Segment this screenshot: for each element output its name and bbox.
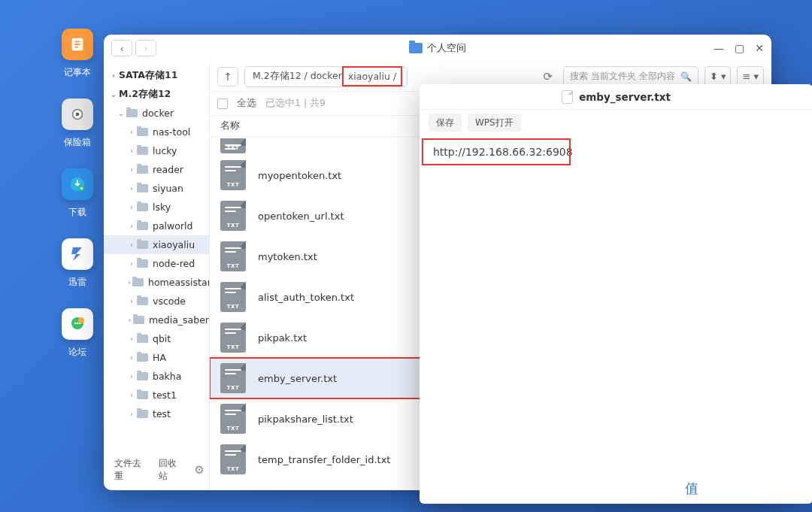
tree-item-lsky[interactable]: ›lsky (104, 198, 209, 217)
file-name: myopentoken.txt (258, 170, 341, 181)
chevron-icon: › (128, 410, 135, 418)
dock-label: 下载 (68, 206, 86, 219)
dock-notes[interactable]: 记事本 (62, 29, 93, 79)
chevron-icon: › (128, 165, 135, 174)
tree-item-reader[interactable]: ›reader (104, 160, 209, 179)
folder-icon (126, 109, 138, 117)
preview-content: http://192.168.66.32:6908 (433, 144, 573, 159)
file-name: pikpak.txt (258, 332, 307, 344)
sidebar: ›SATA存储11⌄M.2存储12⌄docker›nas-tool›lucky›… (104, 62, 210, 490)
watermark-text: 什么值得买 (709, 479, 788, 499)
settings-icon[interactable]: ⚙ (195, 463, 205, 477)
txt-file-icon (220, 323, 246, 353)
svg-point-9 (78, 317, 84, 323)
chevron-icon: › (128, 316, 132, 324)
tree-label: media_saber (149, 314, 209, 326)
tree-item-xiaoyaliu[interactable]: ›xiaoyaliu (104, 235, 209, 254)
folder-icon (137, 184, 148, 192)
tree-item-SATA存储11[interactable]: ›SATA存储11 (104, 66, 209, 85)
minimize-button[interactable]: — (714, 43, 724, 53)
folder-icon (409, 43, 423, 53)
tree-label: bakha (153, 371, 181, 382)
dedupe-button[interactable]: 文件去重 (114, 457, 148, 483)
folder-icon (137, 241, 148, 249)
tree-item-siyuan[interactable]: ›siyuan (104, 179, 209, 198)
breadcrumb[interactable]: M.2存储12 / docker xiaoyaliu / (244, 66, 408, 87)
tree-label: palworld (153, 220, 193, 232)
up-button[interactable]: ↑ (217, 67, 238, 86)
svg-point-6 (74, 323, 77, 325)
tree-label: siyuan (153, 183, 183, 194)
close-button[interactable]: ✕ (755, 43, 764, 53)
breadcrumb-seg: M.2存储12 / docker (253, 70, 342, 83)
chevron-icon: › (128, 222, 135, 230)
chevron-icon: › (128, 184, 135, 192)
download-icon (62, 168, 93, 200)
breadcrumb-seg-highlight: xiaoyaliu / (345, 69, 399, 83)
selection-info: 已选中1 | 共9 (265, 97, 326, 110)
chevron-icon: ⌄ (117, 109, 125, 117)
svg-point-2 (76, 113, 80, 117)
tree-item-test[interactable]: ›test (104, 404, 209, 423)
tree-item-media_saber[interactable]: ›media_saber (104, 311, 209, 329)
folder-icon (137, 259, 148, 268)
window-title: 个人空间 (427, 41, 466, 55)
chevron-icon: ⌄ (110, 90, 117, 98)
folder-icon (137, 410, 148, 418)
desktop-dock: 记事本 保险箱 下载 迅雷 论坛 (59, 29, 96, 378)
file-name: alist_auth_token.txt (258, 292, 354, 303)
folder-icon (137, 203, 148, 211)
tree-item-test1[interactable]: ›test1 (104, 386, 209, 404)
txt-file-icon (220, 241, 246, 271)
file-preview-popover: emby_server.txt 保存 WPS打开 http://192.168.… (420, 84, 812, 504)
tree-item-homeassistant[interactable]: ›homeassistant (104, 273, 209, 292)
txt-file-icon (220, 160, 246, 190)
nav-back-button[interactable]: ‹ (111, 40, 132, 56)
svg-point-7 (77, 323, 79, 325)
tree-label: SATA存储11 (119, 69, 177, 82)
folder-icon (137, 372, 148, 380)
reload-button[interactable]: ⟳ (539, 70, 557, 83)
folder-icon (137, 353, 148, 362)
preview-filename: emby_server.txt (579, 91, 671, 103)
dock-download[interactable]: 下载 (62, 168, 93, 219)
tree-item-vscode[interactable]: ›vscode (104, 292, 209, 311)
tree-label: test (153, 408, 171, 420)
chevron-icon: › (128, 297, 135, 305)
dock-label: 迅雷 (68, 276, 86, 289)
watermark: 值 什么值得买 (679, 476, 788, 501)
chevron-icon: › (128, 147, 135, 155)
tree-item-docker[interactable]: ⌄docker (104, 104, 209, 123)
tree-item-M.2存储12[interactable]: ⌄M.2存储12 (104, 85, 209, 104)
txt-file-icon (220, 404, 246, 434)
tree-label: vscode (153, 295, 186, 307)
tree-item-nas-tool[interactable]: ›nas-tool (104, 123, 209, 141)
dock-forum[interactable]: 论坛 (62, 308, 93, 359)
chevron-icon: › (128, 241, 135, 249)
preview-wps-button[interactable]: WPS打开 (468, 114, 521, 132)
folder-icon (137, 222, 148, 230)
txt-file-icon (220, 201, 246, 231)
tree-item-node-red[interactable]: ›node-red (104, 254, 209, 273)
select-all-checkbox[interactable] (217, 98, 228, 109)
notes-icon (62, 29, 93, 60)
preview-save-button[interactable]: 保存 (429, 114, 462, 132)
nav-forward-button[interactable]: › (135, 40, 156, 56)
folder-icon (137, 335, 148, 343)
tree-item-bakha[interactable]: ›bakha (104, 367, 209, 386)
tree-label: lsky (153, 201, 171, 213)
select-all-label[interactable]: 全选 (237, 97, 256, 110)
chevron-icon: › (128, 278, 131, 286)
dock-safe[interactable]: 保险箱 (62, 98, 93, 149)
dock-label: 保险箱 (64, 136, 91, 149)
tree-label: reader (153, 164, 183, 175)
dock-xunlei[interactable]: 迅雷 (62, 238, 93, 289)
txt-file-icon (220, 444, 246, 474)
tree-item-qbit[interactable]: ›qbit (104, 329, 209, 348)
tree-item-lucky[interactable]: ›lucky (104, 141, 209, 160)
recycle-bin-button[interactable]: 回收站 (159, 457, 184, 483)
tree-item-HA[interactable]: ›HA (104, 348, 209, 367)
tree-item-palworld[interactable]: ›palworld (104, 217, 209, 235)
txt-file-icon (220, 363, 246, 393)
maximize-button[interactable]: ▢ (735, 43, 744, 53)
